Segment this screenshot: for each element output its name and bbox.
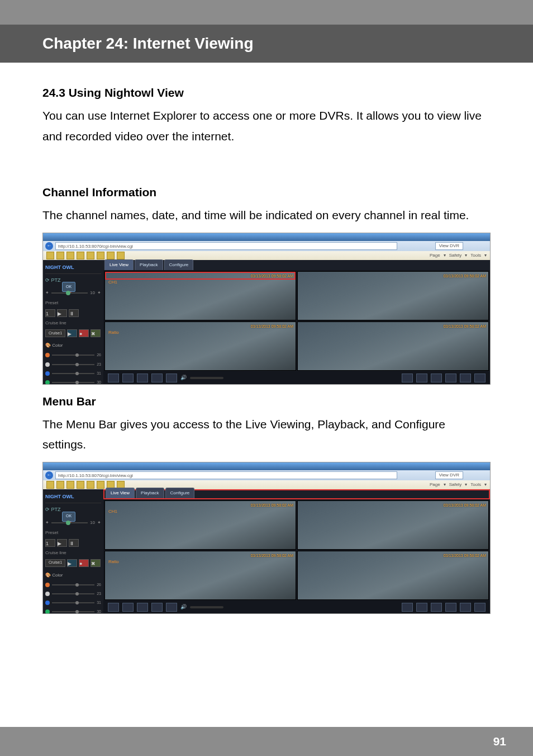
ie-menu-tools[interactable]: Tools	[470, 252, 481, 259]
cruise-del-icon[interactable]: ✖	[91, 329, 101, 337]
camera-tile-3[interactable]: 03/13/2013 09:58:02 AM Ratio	[104, 551, 296, 600]
camera-tile-2[interactable]: 03/13/2013 09:58:02 AM	[297, 500, 489, 550]
bookmark-icon[interactable]	[117, 252, 125, 259]
bookmark-icon[interactable]	[87, 252, 94, 259]
cruise-del-icon[interactable]: ✖	[91, 559, 101, 567]
bb-layout1-icon[interactable]	[402, 603, 413, 612]
bb-stop-icon[interactable]	[166, 603, 177, 612]
volume-slider[interactable]	[190, 606, 223, 608]
preset-pause-icon[interactable]: ⏸	[69, 309, 79, 317]
ie-window-chrome	[43, 462, 490, 470]
cruise-rec-icon[interactable]: ●	[79, 329, 89, 337]
bookmark-icon[interactable]	[107, 252, 115, 259]
cruise-label: Cruise line	[45, 319, 101, 327]
bookmark-icon[interactable]	[97, 252, 104, 259]
tab-playback[interactable]: Playback	[135, 259, 163, 270]
camera-tile-4[interactable]: 03/13/2013 09:58:02 AM	[297, 551, 489, 600]
tab-configure[interactable]: Configure	[164, 259, 194, 270]
tab-configure[interactable]: Configure	[165, 488, 195, 498]
bb-prev-icon[interactable]	[460, 603, 471, 612]
bookmark-icon[interactable]	[87, 481, 94, 489]
section-body-3: The Menu Bar gives you access to the Liv…	[42, 414, 491, 456]
bb-next-icon[interactable]	[474, 374, 486, 382]
cruise-rec-icon[interactable]: ●	[79, 559, 89, 567]
camera-timestamp: 03/13/2013 09:58:02 AM	[444, 552, 486, 559]
bb-record-icon[interactable]	[108, 374, 119, 382]
bookmark-icon[interactable]	[56, 252, 64, 259]
bookmark-icon[interactable]	[77, 252, 84, 259]
bb-talk-icon[interactable]	[137, 374, 148, 382]
volume-icon[interactable]: 🔊	[180, 374, 187, 382]
browser-tab[interactable]: View DVR	[435, 242, 463, 250]
camera-timestamp: 03/13/2013 09:58:02 AM	[444, 323, 486, 330]
bookmark-icon[interactable]	[97, 481, 104, 489]
bookmark-icon[interactable]	[46, 481, 54, 489]
cruise-play-icon[interactable]: ▶	[67, 329, 77, 337]
color-slider-contrast[interactable]: 23	[45, 361, 101, 368]
bb-next-icon[interactable]	[474, 603, 486, 612]
camera-tile-2[interactable]: 03/13/2013 09:58:02 AM	[297, 271, 489, 320]
bb-stop-icon[interactable]	[166, 374, 177, 382]
bookmark-icon[interactable]	[46, 252, 54, 259]
bb-layout16-icon[interactable]	[445, 374, 456, 382]
cruise-play-icon[interactable]: ▶	[67, 559, 77, 567]
cruise-controls[interactable]: Cruise1 ▶ ● ✖	[45, 559, 101, 567]
cruise-select[interactable]: Cruise1	[45, 329, 65, 337]
url-field[interactable]: http://10.1.10.53:8070/cgi-bin/view.cgi	[55, 242, 397, 250]
bb-layout1-icon[interactable]	[402, 374, 413, 382]
preset-controls[interactable]: 1 ▶ ⏸	[45, 309, 101, 317]
ie-menu-page[interactable]: Page	[430, 252, 440, 259]
color-slider-contrast[interactable]: 23	[45, 590, 101, 597]
bookmark-icon[interactable]	[66, 252, 74, 259]
bb-prev-icon[interactable]	[460, 374, 471, 382]
url-field[interactable]: http://10.1.10.53:8070/cgi-bin/view.cgi	[55, 471, 397, 479]
bb-snapshot-icon[interactable]	[122, 374, 134, 382]
camera-tile-4[interactable]: 03/13/2013 09:58:02 AM	[297, 322, 489, 371]
cruise-select[interactable]: Cruise1	[45, 559, 65, 567]
bb-snapshot-icon[interactable]	[122, 603, 134, 612]
tab-live-view[interactable]: Live View	[104, 259, 134, 270]
color-slider-hue[interactable]: 30	[45, 379, 101, 385]
tab-live-view[interactable]: Live View	[106, 488, 135, 498]
bookmark-icon[interactable]	[66, 481, 74, 489]
color-slider-brightness[interactable]: 26	[45, 582, 101, 588]
preset-go-icon[interactable]: ▶	[57, 539, 67, 547]
preset-controls[interactable]: 1 ▶ ⏸	[45, 539, 101, 547]
volume-icon[interactable]: 🔊	[180, 603, 187, 612]
ie-menu-safety[interactable]: Safety	[449, 481, 462, 489]
bb-capture-icon[interactable]	[151, 603, 163, 612]
ie-menu-tools[interactable]: Tools	[470, 481, 481, 489]
bb-capture-icon[interactable]	[151, 374, 163, 382]
bb-layout9-icon[interactable]	[431, 603, 442, 612]
camera-tile-3[interactable]: 03/13/2013 09:58:02 AM Ratio	[104, 322, 296, 371]
ie-menu-page[interactable]: Page	[430, 481, 440, 489]
camera-timestamp: 03/13/2013 09:58:02 AM	[251, 502, 293, 509]
bookmark-icon[interactable]	[77, 481, 84, 489]
ie-menu-safety[interactable]: Safety	[449, 252, 462, 259]
preset-select[interactable]: 1	[45, 309, 55, 317]
browser-tab[interactable]: View DVR	[435, 471, 463, 479]
color-slider-saturation[interactable]: 31	[45, 370, 101, 377]
color-heading: 🎨 Color	[45, 342, 101, 349]
color-slider-hue[interactable]: 30	[45, 608, 101, 614]
preset-go-icon[interactable]: ▶	[57, 309, 67, 317]
bb-record-icon[interactable]	[108, 603, 119, 612]
camera-tile-1[interactable]: 03/13/2013 09:58:02 AM CH1	[104, 500, 296, 550]
bb-layout4-icon[interactable]	[416, 603, 427, 612]
bb-talk-icon[interactable]	[137, 603, 148, 612]
back-icon[interactable]: ←	[45, 471, 53, 479]
volume-slider[interactable]	[190, 377, 223, 379]
preset-select[interactable]: 1	[45, 539, 55, 547]
color-slider-brightness[interactable]: 26	[45, 352, 101, 358]
bb-layout16-icon[interactable]	[445, 603, 456, 612]
back-icon[interactable]: ←	[45, 242, 53, 250]
color-slider-saturation[interactable]: 31	[45, 599, 101, 606]
bookmark-icon[interactable]	[56, 481, 64, 489]
camera-tile-1[interactable]: 03/13/2013 09:58:02 AM CH1	[104, 271, 296, 320]
preset-pause-icon[interactable]: ⏸	[69, 539, 79, 547]
tab-playback[interactable]: Playback	[136, 488, 164, 498]
bb-layout4-icon[interactable]	[416, 374, 427, 382]
cruise-controls[interactable]: Cruise1 ▶ ● ✖	[45, 329, 101, 337]
ptz-ok-button[interactable]: OK	[62, 512, 75, 522]
bb-layout9-icon[interactable]	[431, 374, 442, 382]
